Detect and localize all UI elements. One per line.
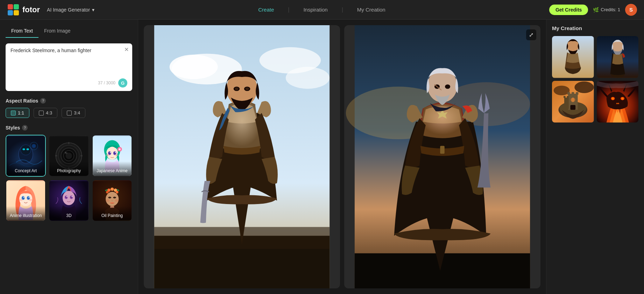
svg-rect-102 <box>570 105 575 110</box>
generated-image-1 <box>144 25 340 288</box>
ratio-box-3-4 <box>67 111 72 115</box>
my-creation-title: My Creation <box>552 25 638 31</box>
nav-inspiration[interactable]: Inspiration <box>303 7 327 13</box>
ratio-1-1[interactable]: 1:1 <box>6 108 29 118</box>
leaf-icon: 🌿 <box>593 7 599 13</box>
svg-point-94 <box>574 81 594 93</box>
style-3d-label: 3D <box>49 206 88 221</box>
svg-point-45 <box>19 199 22 201</box>
logo-text: fotor <box>22 5 40 14</box>
creation-item-4[interactable] <box>597 81 639 123</box>
svg-point-66 <box>115 199 119 202</box>
right-panel: My Creation <box>546 20 644 294</box>
svg-point-72 <box>286 67 330 89</box>
svg-point-54 <box>72 196 73 197</box>
styles-label: Styles <box>6 125 20 131</box>
ai-generator-selector[interactable]: AI Image Generator ▾ <box>47 7 94 13</box>
style-anime-illustration[interactable]: Anime illustration <box>6 180 46 222</box>
ratio-3-4[interactable]: 3:4 <box>62 108 85 118</box>
svg-rect-0 <box>8 4 13 9</box>
tab-from-image[interactable]: From Image <box>38 25 76 38</box>
styles-grid: Concept Art <box>6 135 132 222</box>
svg-point-44 <box>29 197 30 198</box>
svg-rect-22 <box>80 155 83 156</box>
char-count: 37 / 3000 <box>98 80 115 85</box>
svg-rect-98 <box>567 92 570 94</box>
svg-point-70 <box>170 55 218 79</box>
creation-item-1[interactable] <box>552 36 594 78</box>
aspect-ratios-label: Aspect Ratios <box>6 98 38 104</box>
svg-rect-87 <box>440 146 445 154</box>
styles-help[interactable]: ? <box>22 125 28 131</box>
svg-rect-3 <box>14 10 19 15</box>
svg-point-53 <box>66 196 68 197</box>
svg-rect-105 <box>567 96 569 98</box>
aspect-ratios-help[interactable]: ? <box>40 98 46 104</box>
svg-point-58 <box>111 188 114 191</box>
style-anime-illustration-label: Anime illustration <box>6 206 45 221</box>
svg-point-36 <box>119 149 120 150</box>
app-header: fotor AI Image Generator ▾ Create | Insp… <box>0 0 644 20</box>
ratio-label-4-3: 4:3 <box>46 110 52 115</box>
image-display-area: ⤢ <box>138 20 546 294</box>
style-concept-art[interactable]: Concept Art <box>6 135 46 177</box>
expand-button[interactable]: ⤢ <box>526 29 536 40</box>
logo[interactable]: fotor <box>7 4 40 16</box>
credits-count: Credits: 1 <box>601 7 620 12</box>
styles-header: Styles ? <box>6 125 132 131</box>
svg-point-31 <box>115 152 116 153</box>
style-japanese-anime[interactable]: Japanese Anime <box>92 135 132 177</box>
svg-point-30 <box>109 152 111 153</box>
svg-point-86 <box>445 84 450 89</box>
avatar[interactable]: S <box>625 4 637 16</box>
tab-from-text[interactable]: From Text <box>6 25 38 38</box>
prompt-textarea[interactable]: Frederick Steelmore, a human fighter <box>10 48 127 76</box>
svg-point-32 <box>106 154 109 156</box>
clear-button[interactable]: ✕ <box>124 46 129 53</box>
ratio-box-1-1 <box>11 111 16 115</box>
svg-point-109 <box>612 97 614 99</box>
main-nav: Create | Inspiration | My Creation <box>258 7 385 13</box>
ratio-box-4-3 <box>39 111 44 115</box>
generated-image-2: ⤢ <box>344 25 540 288</box>
svg-point-65 <box>106 199 109 202</box>
ratio-label-1-1: 1:1 <box>18 110 24 115</box>
svg-point-46 <box>29 199 32 201</box>
svg-rect-19 <box>68 142 70 144</box>
nav-my-creation[interactable]: My Creation <box>357 7 385 13</box>
style-oil-painting-label: Oil Painting <box>93 206 132 221</box>
ratio-label-3-4: 3:4 <box>74 110 80 115</box>
dropdown-icon: ▾ <box>92 7 94 13</box>
tab-bar: From Text From Image <box>6 25 132 38</box>
svg-point-78 <box>235 88 238 90</box>
svg-point-93 <box>554 85 570 95</box>
header-right: Get Credits 🌿 Credits: 1 S <box>549 4 637 16</box>
input-bottom-bar: 37 / 3000 G <box>10 78 127 88</box>
svg-point-79 <box>246 88 249 90</box>
prompt-input-container: ✕ Frederick Steelmore, a human fighter 3… <box>6 43 132 91</box>
svg-point-61 <box>116 191 118 193</box>
aspect-ratio-options: 1:1 4:3 3:4 <box>6 108 132 118</box>
svg-point-64 <box>106 192 119 206</box>
style-oil-painting[interactable]: Oil Painting <box>92 180 132 222</box>
style-3d[interactable]: 3D <box>49 180 89 222</box>
svg-point-48 <box>63 191 75 205</box>
style-concept-art-label: Concept Art <box>6 161 45 176</box>
creation-item-2[interactable] <box>597 36 639 78</box>
style-photography[interactable]: Photography <box>49 135 89 177</box>
svg-point-8 <box>27 148 29 150</box>
ratio-4-3[interactable]: 4:3 <box>34 108 57 118</box>
svg-rect-21 <box>55 155 57 156</box>
svg-rect-1 <box>14 4 19 9</box>
style-photography-label: Photography <box>49 161 88 176</box>
svg-point-111 <box>621 97 623 99</box>
svg-point-33 <box>115 154 118 156</box>
get-credits-button[interactable]: Get Credits <box>549 5 588 15</box>
aspect-ratios-header: Aspect Ratios ? <box>6 98 132 104</box>
style-japanese-anime-label: Japanese Anime <box>93 161 132 176</box>
svg-rect-99 <box>572 92 574 94</box>
creation-item-3[interactable] <box>552 81 594 123</box>
nav-create[interactable]: Create <box>258 7 274 13</box>
svg-point-106 <box>570 98 575 102</box>
generate-icon-button[interactable]: G <box>118 78 127 88</box>
